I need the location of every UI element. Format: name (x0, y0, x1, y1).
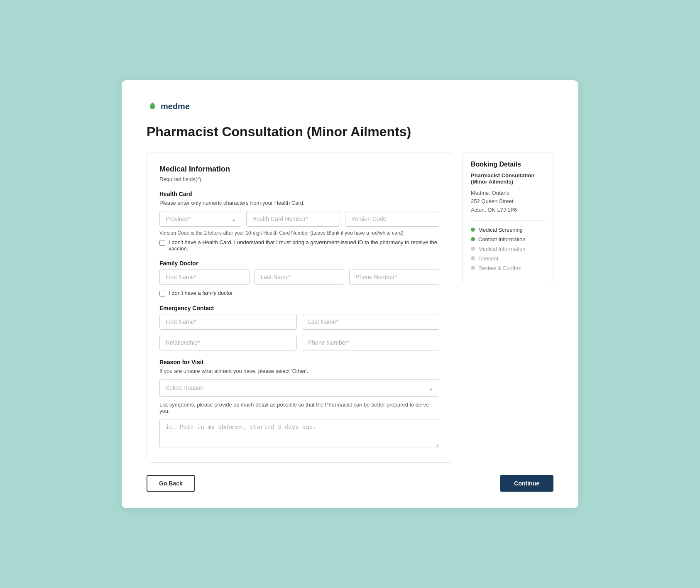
reason-select[interactable]: Select Reason Cold/Flu Skin Condition UT… (159, 379, 439, 397)
emergency-contact-row (159, 335, 439, 350)
progress-item-review: Review & Confirm (471, 265, 545, 271)
continue-button[interactable]: Continue (500, 475, 553, 492)
dot-contact-info (471, 237, 475, 241)
footer-buttons: Go Back Continue (147, 475, 553, 492)
health-card-number-input[interactable] (246, 211, 340, 227)
version-code-input[interactable] (345, 211, 439, 227)
progress-label-consent: Consent (478, 255, 498, 262)
dot-review (471, 266, 475, 270)
progress-label-medical-screening: Medical Screening (478, 227, 523, 233)
sidebar-card: Booking Details Pharmacist Consultation … (462, 152, 553, 283)
symptoms-note: List symptoms, please provide as much de… (159, 402, 439, 414)
progress-list: Medical Screening Contact Information Me… (471, 227, 545, 271)
form-card: Medical Information Required fields(*) H… (147, 152, 452, 463)
no-doctor-label: I don't have a family doctor (169, 290, 233, 296)
progress-label-medical-info: Medical Information (478, 246, 525, 252)
location-city: Acton, ON L7J 1P6 (471, 206, 545, 215)
symptoms-textarea[interactable] (159, 419, 439, 448)
reason-title: Reason for Visit (159, 359, 439, 365)
reason-select-wrapper: Select Reason Cold/Flu Skin Condition UT… (159, 379, 439, 397)
emergency-name-row (159, 314, 439, 330)
family-doctor-title: Family Doctor (159, 260, 439, 267)
emergency-relationship-input[interactable] (159, 335, 297, 350)
logo-text: medme (161, 102, 190, 111)
booking-address: Medme, Ontario 252 Queen Street Acton, O… (471, 189, 545, 221)
doctor-last-name-input[interactable] (255, 269, 345, 285)
no-health-card-checkbox[interactable] (159, 240, 165, 246)
page-title: Pharmacist Consultation (Minor Ailments) (147, 124, 553, 140)
logo-icon (147, 101, 158, 113)
health-card-note: Please enter only numeric characters fro… (159, 200, 439, 206)
no-doctor-checkbox[interactable] (159, 291, 165, 296)
progress-item-medical-info: Medical Information (471, 246, 545, 252)
progress-item-medical-screening: Medical Screening (471, 227, 545, 233)
health-card-title: Health Card (159, 191, 439, 197)
section-title: Medical Information (159, 165, 439, 174)
logo-area: medme (147, 101, 553, 113)
doctor-phone-input[interactable] (349, 269, 439, 285)
go-back-button[interactable]: Go Back (147, 475, 195, 492)
health-card-row: Province* Ontario British Columbia Alber… (159, 211, 439, 227)
outer-card: medme Pharmacist Consultation (Minor Ail… (122, 80, 578, 508)
progress-label-review: Review & Confirm (478, 265, 521, 271)
booking-service: Pharmacist Consultation (Minor Ailments) (471, 172, 545, 185)
version-note: Version Code is the 2 letters after your… (159, 230, 439, 236)
province-select[interactable]: Province* Ontario British Columbia Alber… (159, 211, 241, 227)
required-note: Required fields(*) (159, 176, 439, 182)
dot-consent (471, 256, 475, 260)
emergency-first-name-input[interactable] (159, 314, 297, 330)
progress-item-contact-info: Contact Information (471, 236, 545, 243)
progress-label-contact-info: Contact Information (478, 236, 525, 243)
province-select-wrapper: Province* Ontario British Columbia Alber… (159, 211, 241, 227)
dot-medical-screening (471, 228, 475, 232)
progress-item-consent: Consent (471, 255, 545, 262)
reason-note: If you are unsure what ailment you have,… (159, 368, 439, 374)
no-doctor-row: I don't have a family doctor (159, 290, 439, 296)
location-name: Medme, Ontario (471, 189, 545, 198)
emergency-last-name-input[interactable] (302, 314, 439, 330)
emergency-contact-title: Emergency Contact (159, 305, 439, 311)
family-doctor-row (159, 269, 439, 285)
location-address: 252 Queen Street (471, 197, 545, 206)
dot-medical-info (471, 247, 475, 251)
emergency-phone-input[interactable] (302, 335, 439, 350)
no-health-card-row: I don't have a Health Card. I understand… (159, 239, 439, 252)
main-layout: Medical Information Required fields(*) H… (147, 152, 553, 463)
doctor-first-name-input[interactable] (159, 269, 250, 285)
booking-details-title: Booking Details (471, 161, 545, 168)
no-health-card-label: I don't have a Health Card. I understand… (169, 239, 439, 252)
